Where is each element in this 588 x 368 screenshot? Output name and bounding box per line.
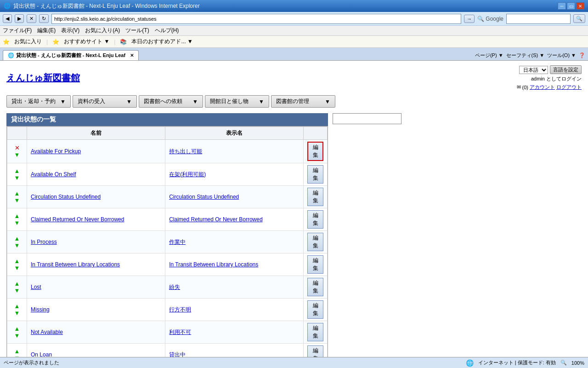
down-arrow-icon[interactable]: ▼ <box>14 174 20 181</box>
back-button[interactable]: ◀ <box>3 14 12 23</box>
up-arrow-icon[interactable]: ▲ <box>14 167 20 174</box>
stop-button[interactable]: ✕ <box>27 14 36 23</box>
up-arrow-icon[interactable]: ▲ <box>14 258 20 264</box>
url-input[interactable] <box>51 14 461 24</box>
safety-btn[interactable]: セーフティ(S) ▼ <box>506 52 545 59</box>
nav-receive[interactable]: 資料の受入 ▼ <box>73 95 137 108</box>
forward-button[interactable]: ▶ <box>15 14 24 23</box>
table-row: ▲ ▼Claimed Returned Or Never BorrowedCla… <box>7 208 328 231</box>
edit-button[interactable]: 編集 <box>307 278 323 296</box>
main-tab[interactable]: 🌐 貸出状態 - えんじゅ新図書館 - Next-L Enju Leaf ✕ <box>3 50 139 60</box>
up-arrow-icon[interactable]: ▲ <box>14 280 20 287</box>
down-arrow-icon[interactable]: ▼ <box>14 242 20 249</box>
x-mark-icon[interactable]: ✕ <box>15 144 20 151</box>
account-link[interactable]: アカウント <box>530 84 555 91</box>
nav-admin-arrow: ▼ <box>325 98 330 105</box>
star-icon2: ⭐ <box>52 39 59 45</box>
edit-button[interactable]: 編集 <box>307 142 323 161</box>
up-arrow-icon[interactable]: ▲ <box>14 235 20 242</box>
edit-cell: 編集 <box>304 186 328 208</box>
down-arrow-icon[interactable]: ▼ <box>14 197 20 204</box>
minimize-button[interactable]: ─ <box>558 2 566 10</box>
name-link[interactable]: Lost <box>31 284 41 290</box>
help-btn[interactable]: ❓ <box>579 52 585 58</box>
search-input[interactable] <box>506 14 571 24</box>
menu-help[interactable]: ヘルプ(H) <box>155 27 179 34</box>
menu-view[interactable]: 表示(V) <box>61 27 79 34</box>
close-button[interactable]: ✕ <box>576 2 584 10</box>
edit-button[interactable]: 編集 <box>307 188 323 206</box>
window-title: 貸出状態 - えんじゅ新図書館 - Next-L Enju Leaf - Win… <box>13 2 200 10</box>
today-recommend[interactable]: 本日のおすすめアド... ▼ <box>131 38 192 46</box>
nav-checkout-arrow: ▼ <box>60 98 66 105</box>
up-arrow-icon[interactable]: ▲ <box>14 303 20 310</box>
display-link[interactable]: 紛失 <box>169 284 180 290</box>
edit-button[interactable]: 編集 <box>307 255 323 274</box>
favorites-link[interactable]: お気に入り <box>14 38 42 46</box>
menu-favorites[interactable]: お気に入り(A) <box>85 27 120 34</box>
app-title[interactable]: えんじゅ新図書館 <box>6 72 80 84</box>
menu-edit[interactable]: 編集(E) <box>37 27 56 34</box>
name-cell: In Process <box>27 231 165 253</box>
display-link[interactable]: Claimed Returned Or Never Borrowed <box>169 216 262 223</box>
nav-checkout[interactable]: 貸出・返却・予約 ▼ <box>6 95 71 108</box>
nav-request-arrow: ▼ <box>192 98 198 105</box>
tools-btn[interactable]: ツール(O) ▼ <box>547 52 576 59</box>
edit-button[interactable]: 編集 <box>307 323 323 341</box>
search-label: 🔍 Google <box>477 16 503 22</box>
down-arrow-icon[interactable]: ▼ <box>14 219 20 226</box>
nav-events-arrow: ▼ <box>259 98 264 105</box>
down-arrow-icon[interactable]: ▼ <box>14 264 20 271</box>
name-link[interactable]: Available On Shelf <box>31 171 76 178</box>
arrows-cell: ▲ ▼ <box>7 163 27 186</box>
globe-icon: 🌐 <box>466 359 474 367</box>
edit-button[interactable]: 編集 <box>307 210 323 229</box>
menu-tools[interactable]: ツール(T) <box>125 27 149 34</box>
name-link[interactable]: Available For Pickup <box>31 148 81 155</box>
nav-events[interactable]: 開館日と催し物 ▼ <box>205 95 269 108</box>
edit-button[interactable]: 編集 <box>307 233 323 251</box>
restore-button[interactable]: ▭ <box>567 2 575 10</box>
name-link[interactable]: In Process <box>31 239 57 245</box>
name-cell: Lost <box>27 276 165 299</box>
name-link[interactable]: Not Available <box>31 329 63 335</box>
edit-button[interactable]: 編集 <box>307 165 323 184</box>
display-link[interactable]: 行方不明 <box>169 306 191 313</box>
go-button[interactable]: → <box>464 15 475 23</box>
name-link[interactable]: Circulation Status Undefined <box>31 194 101 200</box>
nav-admin[interactable]: 図書館の管理 ▼ <box>271 95 335 108</box>
language-set-button[interactable]: 言語を設定 <box>550 65 582 74</box>
tab-close-icon[interactable]: ✕ <box>130 53 134 58</box>
down-arrow-icon[interactable]: ▼ <box>14 310 20 316</box>
edit-button[interactable]: 編集 <box>307 300 323 319</box>
aside-search-input[interactable] <box>333 113 401 124</box>
table-section: 貸出状態の一覧 名前 表示名 ✕ ▼Available For Pickup持ち… <box>6 113 328 368</box>
nav-request[interactable]: 図書館への依頼 ▼ <box>139 95 203 108</box>
recommended-sites[interactable]: おすすめサイト ▼ <box>64 38 109 46</box>
display-link[interactable]: Circulation Status Undefined <box>169 194 239 200</box>
refresh-button[interactable]: ↻ <box>39 14 49 23</box>
down-arrow-icon[interactable]: ▼ <box>14 287 20 294</box>
up-arrow-icon[interactable]: ▲ <box>14 348 20 355</box>
name-link[interactable]: Claimed Returned Or Never Borrowed <box>31 216 124 223</box>
menu-file[interactable]: ファイル(F) <box>3 27 32 34</box>
logout-link[interactable]: ログアウト <box>556 84 582 91</box>
language-select[interactable]: 日本語 <box>519 66 548 74</box>
down-arrow-icon[interactable]: ▼ <box>14 151 20 158</box>
name-link[interactable]: Missing <box>31 306 50 313</box>
up-arrow-icon[interactable]: ▲ <box>14 213 20 219</box>
arrows-cell: ▲ ▼ <box>7 186 27 208</box>
display-link[interactable]: 利用不可 <box>169 329 191 335</box>
arrows-cell: ▲ ▼ <box>7 299 27 321</box>
up-arrow-icon[interactable]: ▲ <box>14 190 20 197</box>
page-btn[interactable]: ページ(P) ▼ <box>475 52 503 59</box>
up-arrow-icon[interactable]: ▲ <box>14 325 20 332</box>
down-arrow-icon[interactable]: ▼ <box>14 332 20 339</box>
display-link[interactable]: In Transit Between Library Locations <box>169 261 258 268</box>
name-link[interactable]: In Transit Between Library Locations <box>31 261 120 268</box>
display-link[interactable]: 作業中 <box>169 239 186 245</box>
display-link[interactable]: 持ち出し可能 <box>169 148 202 155</box>
web-search-button[interactable]: 🔍 <box>573 14 585 23</box>
display-link[interactable]: 在架(利用可能) <box>169 171 206 178</box>
edit-cell: 編集 <box>304 299 328 321</box>
